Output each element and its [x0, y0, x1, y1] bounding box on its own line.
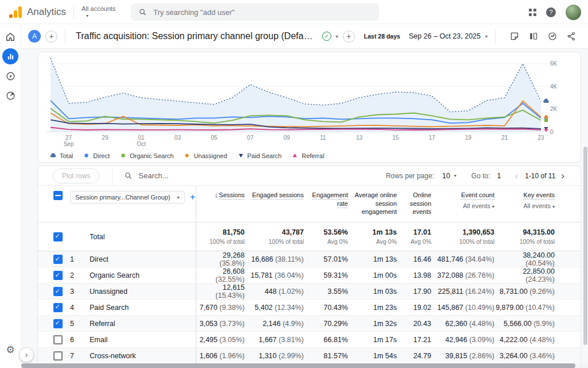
horizontal-scrollbar[interactable]	[21, 363, 575, 368]
row-number: 4	[70, 304, 90, 312]
svg-text:29: 29	[102, 135, 109, 141]
main-content: A + Traffic acquisition: Session primary…	[21, 24, 588, 368]
report-actions	[509, 31, 581, 41]
row-checkbox[interactable]	[53, 232, 63, 241]
metric-cell: 16,686 (38.11%)	[245, 255, 304, 263]
global-search-input[interactable]	[153, 8, 372, 17]
column-header-sessions[interactable]: ↓Sessions	[196, 191, 245, 200]
apps-grid-icon[interactable]	[529, 9, 536, 16]
rows-per-page-select[interactable]: 10▾	[442, 172, 457, 180]
svg-text:6K: 6K	[550, 60, 558, 67]
notes-icon[interactable]	[509, 31, 520, 41]
brand-name: Analytics	[27, 6, 66, 18]
legend-item-paid-search[interactable]: Paid Search	[237, 152, 282, 159]
row-checkbox[interactable]	[53, 303, 63, 312]
go-to-input[interactable]: 1	[497, 172, 501, 180]
row-number: 5	[70, 320, 90, 328]
square-marker-icon	[119, 152, 127, 159]
legend-item-direct[interactable]: Direct	[83, 152, 110, 159]
account-switcher[interactable]: All accounts ▾	[82, 5, 115, 18]
metric-cell: 42,946 (3.09%)	[431, 336, 494, 344]
metric-cell: 20.43	[397, 320, 431, 328]
row-checkbox[interactable]	[53, 271, 63, 280]
channel-name: Referral	[90, 320, 196, 328]
column-header-online-session-events[interactable]: Online session events	[397, 191, 431, 216]
divider	[65, 29, 65, 44]
total-metric-cell: 43,787100% of total	[245, 228, 304, 245]
metric-cell: 1m 03s	[348, 288, 397, 296]
legend-item-organic-search[interactable]: Organic Search	[119, 152, 173, 159]
global-search[interactable]	[131, 3, 379, 21]
plot-rows-button[interactable]: Plot rows	[53, 168, 99, 183]
nav-explore-icon[interactable]	[2, 68, 18, 84]
event-filter-select[interactable]: All events ▾	[431, 202, 494, 210]
report-title[interactable]: Traffic acquisition: Session primary cha…	[76, 31, 315, 41]
row-checkbox[interactable]	[53, 287, 63, 296]
column-header-average-online-session-engagement[interactable]: Average online session engagement	[348, 191, 397, 216]
add-dimension-icon[interactable]: +	[190, 191, 196, 203]
metric-cell: 225,811 (16.24%)	[431, 288, 494, 296]
table-row-cross-network: 7Cross-network1,606 (1.96%)1,310 (2.99%)…	[38, 348, 581, 363]
metric-cell: 1,606 (1.96%)	[196, 352, 245, 360]
checkbox-cell	[38, 303, 70, 312]
metric-cell: 70.29%	[304, 320, 348, 328]
row-checkbox[interactable]	[53, 319, 63, 328]
row-checkbox[interactable]	[53, 351, 63, 361]
column-header-engaged-sessions[interactable]: Engaged sessions	[245, 191, 304, 200]
legend-label: Paid Search	[247, 152, 282, 159]
select-all-cell	[38, 191, 70, 200]
legend-item-total[interactable]: Total	[49, 152, 73, 159]
metric-cell: 1,667 (3.81%)	[245, 336, 304, 344]
date-range-preset: Last 28 days	[364, 33, 400, 40]
svg-text:19: 19	[465, 135, 472, 141]
column-header-key-events[interactable]: Key eventsAll events ▾	[494, 191, 555, 210]
table-row-referral: 5Referral3,053 (3.73%)2,146 (4.9%)70.29%…	[38, 316, 581, 332]
vertical-scrollbar[interactable]	[583, 147, 587, 345]
help-icon[interactable]: ?	[546, 7, 556, 17]
report-saved-check-icon[interactable]: ✓	[322, 32, 331, 41]
comparison-icon[interactable]	[528, 31, 539, 41]
prev-page-icon[interactable]: ‹	[515, 171, 519, 181]
rows-per-page-label: Rows per page:	[386, 172, 434, 180]
metric-cell: 3,053 (3.73%)	[196, 320, 245, 328]
caret-down-icon[interactable]: ▾	[336, 34, 338, 39]
share-icon[interactable]	[566, 31, 577, 41]
pagination: Rows per page: 10▾ Go to: 1 ‹ 1-10 of 11…	[386, 171, 564, 181]
add-report-icon[interactable]: +	[45, 30, 57, 43]
metric-cell: 12,615 (15.43%)	[196, 283, 245, 300]
column-header-event-count[interactable]: Event countAll events ▾	[431, 191, 494, 210]
expand-sidebar-button[interactable]: ›	[19, 347, 34, 362]
traffic-line-chart[interactable]: 02K4K6K27Sep2901Oct030507091113151719212…	[38, 52, 581, 149]
select-all-checkbox[interactable]	[53, 191, 63, 200]
caret-down-icon: ▾	[177, 195, 179, 200]
next-page-icon[interactable]: ›	[561, 171, 564, 181]
caret-down-icon: ▾	[454, 173, 457, 178]
row-number: 1	[70, 255, 90, 263]
row-checkbox[interactable]	[53, 335, 63, 344]
report-avatar[interactable]: A	[28, 30, 41, 43]
user-avatar[interactable]	[566, 5, 581, 20]
nav-home-icon[interactable]	[2, 29, 18, 45]
metric-cell: 1m 00s	[348, 271, 397, 279]
legend-item-referral[interactable]: Referral	[291, 152, 324, 159]
triangle-up-marker-icon	[291, 152, 299, 159]
legend-label: Total	[60, 152, 73, 159]
table-search-input[interactable]	[138, 171, 276, 180]
analytics-logo-icon[interactable]	[9, 6, 22, 18]
total-metric-cell: 1m 13sAvg 0%	[348, 228, 397, 245]
svg-text:Oct: Oct	[137, 141, 146, 147]
event-filter-select[interactable]: All events ▾	[494, 202, 555, 210]
dimension-select[interactable]: Session primary...Channel Group) ▾	[70, 191, 185, 204]
column-header-engagement-rate[interactable]: Engagement rate	[304, 191, 348, 208]
nav-admin-gear-icon[interactable]: ⚙	[2, 342, 18, 358]
nav-advertising-icon[interactable]	[2, 87, 18, 103]
insights-icon[interactable]	[547, 31, 558, 41]
nav-reports-icon[interactable]	[2, 48, 18, 64]
table-row-paid-search: 4Paid Search7,670 (9.38%)5,402 (12.34%)7…	[38, 300, 581, 316]
cloud-marker-icon	[49, 152, 57, 159]
row-checkbox[interactable]	[53, 255, 63, 264]
legend-item-unassigned[interactable]: Unassigned	[183, 152, 227, 159]
add-comparison-icon[interactable]: +	[343, 30, 355, 43]
table-search[interactable]	[124, 171, 386, 180]
date-range-value[interactable]: Sep 26 – Oct 23, 2025	[409, 32, 481, 40]
